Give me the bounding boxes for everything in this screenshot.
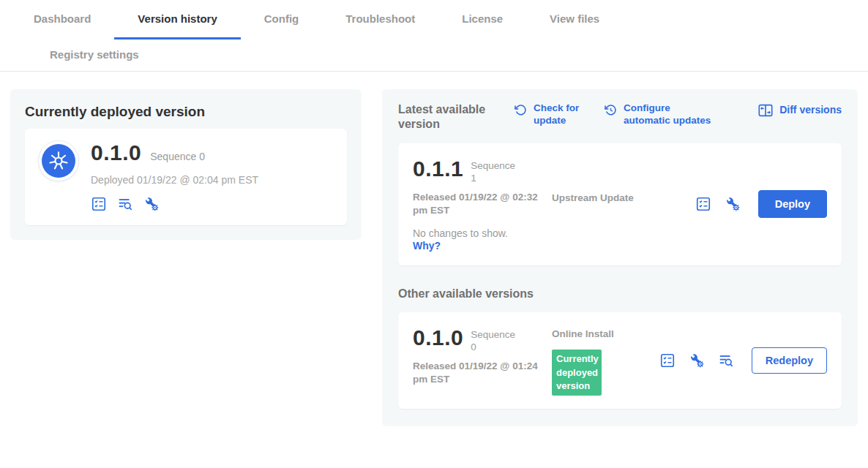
release-notes-icon[interactable] <box>117 196 133 212</box>
configure-auto-updates-label: Configure automatic updates <box>624 102 717 127</box>
deployed-version-details: 0.1.0 Sequence 0 Deployed 01/19/22 @ 02:… <box>91 140 258 212</box>
latest-released-timestamp: Released 01/19/22 @ 02:32 pm EST <box>413 191 539 217</box>
clock-refresh-icon <box>604 103 618 117</box>
latest-version-details: 0.1.1 Sequence 1 Released 01/19/22 @ 02:… <box>413 156 552 252</box>
other-released-timestamp: Released 01/19/22 @ 01:24 pm EST <box>413 360 539 386</box>
edit-config-icon[interactable] <box>143 196 160 212</box>
no-changes-text: No changes to show. <box>413 227 552 239</box>
other-version-details: 0.1.0 Sequence 0 Released 01/19/22 @ 01:… <box>413 325 552 386</box>
version-history-page: Currently deployed version 0.1.0 Sequenc… <box>0 72 868 444</box>
deployed-timestamp: Deployed 01/19/22 @ 02:04 pm EST <box>91 174 258 186</box>
configure-auto-updates-link[interactable]: Configure automatic updates <box>604 102 717 127</box>
other-source-column: Online Install Currently deployed versio… <box>552 328 634 396</box>
app-icon-ring <box>38 140 79 181</box>
nav-row-secondary: Registry settings <box>0 39 868 71</box>
deployed-version-card: 0.1.0 Sequence 0 Deployed 01/19/22 @ 02:… <box>25 129 347 225</box>
tab-troubleshoot[interactable]: Troubleshoot <box>322 0 438 39</box>
currently-deployed-badge: Currently deployed version <box>552 350 602 396</box>
latest-source-label: Upstream Update <box>552 192 634 205</box>
deployed-action-icons <box>91 196 258 212</box>
deployed-version-number: 0.1.0 <box>91 140 141 165</box>
edit-config-icon[interactable] <box>689 352 705 369</box>
other-sequence-label: Sequence 0 <box>471 325 517 354</box>
other-card-actions: Redeploy <box>659 347 827 374</box>
refresh-icon <box>514 103 528 117</box>
why-link[interactable]: Why? <box>413 240 441 252</box>
latest-version-number: 0.1.1 <box>413 156 463 181</box>
preflight-checklist-icon[interactable] <box>659 352 676 369</box>
available-versions-panel: Latest available version Check for updat… <box>382 89 858 426</box>
preflight-checklist-icon[interactable] <box>91 196 107 212</box>
redeploy-button[interactable]: Redeploy <box>752 347 827 374</box>
top-nav: Dashboard Version history Config Trouble… <box>0 0 868 72</box>
currently-deployed-panel: Currently deployed version 0.1.0 Sequenc… <box>10 89 362 240</box>
latest-version-card: 0.1.1 Sequence 1 Released 01/19/22 @ 02:… <box>398 143 842 265</box>
tab-dashboard[interactable]: Dashboard <box>10 0 114 39</box>
other-versions-title: Other available versions <box>398 287 842 301</box>
other-version-number: 0.1.0 <box>413 325 463 350</box>
diff-versions-label: Diff versions <box>779 104 842 117</box>
release-notes-icon[interactable] <box>718 352 734 369</box>
diff-versions-link[interactable]: Diff versions <box>757 102 842 118</box>
tab-version-history[interactable]: Version history <box>114 0 240 39</box>
deploy-button[interactable]: Deploy <box>758 190 827 218</box>
nav-row-primary: Dashboard Version history Config Trouble… <box>0 0 868 39</box>
tab-registry-settings[interactable]: Registry settings <box>26 39 162 71</box>
kubernetes-logo-icon <box>42 144 75 178</box>
latest-sequence-label: Sequence 1 <box>471 156 517 185</box>
diff-icon <box>757 102 774 118</box>
latest-card-actions: Deploy <box>695 190 827 218</box>
deployed-sequence-label: Sequence 0 <box>150 151 205 162</box>
preflight-checklist-icon[interactable] <box>695 196 711 212</box>
other-version-card: 0.1.0 Sequence 0 Released 01/19/22 @ 01:… <box>398 312 842 409</box>
tab-license[interactable]: License <box>438 0 526 39</box>
latest-available-title: Latest available version <box>398 102 495 132</box>
check-for-update-link[interactable]: Check for update <box>514 102 585 127</box>
edit-config-icon[interactable] <box>725 196 741 212</box>
check-for-update-label: Check for update <box>534 102 585 127</box>
currently-deployed-title: Currently deployed version <box>25 104 347 120</box>
tab-config[interactable]: Config <box>241 0 322 39</box>
other-source-label: Online Install <box>552 328 634 341</box>
tab-view-files[interactable]: View files <box>526 0 623 39</box>
available-panel-header: Latest available version Check for updat… <box>398 102 842 132</box>
